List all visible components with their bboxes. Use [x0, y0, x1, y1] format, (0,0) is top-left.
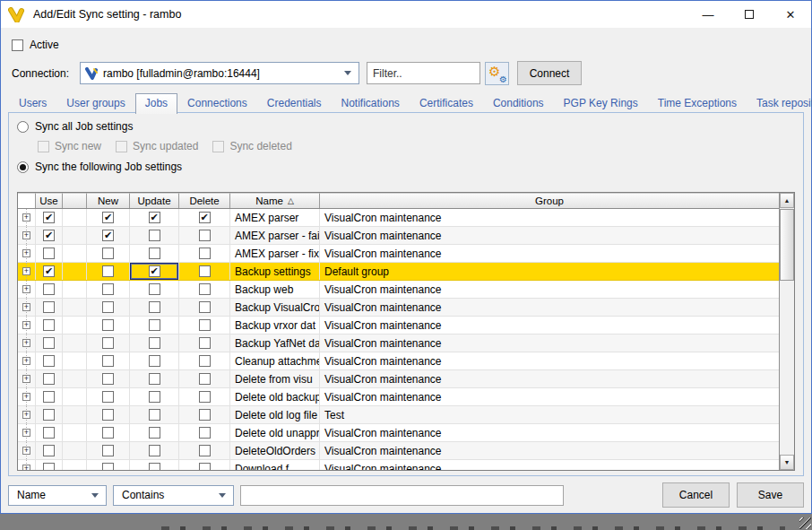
update-checkbox[interactable] — [149, 319, 160, 331]
use-checkbox-cell[interactable] — [36, 352, 63, 369]
use-checkbox[interactable] — [43, 319, 55, 331]
scroll-down-button[interactable]: ▼ — [780, 455, 794, 470]
delete-checkbox[interactable] — [199, 283, 211, 295]
expand-icon[interactable]: + — [22, 213, 30, 222]
use-checkbox-cell[interactable] — [36, 317, 63, 334]
use-checkbox[interactable] — [43, 427, 55, 439]
delete-checkbox-cell[interactable] — [179, 335, 230, 352]
filter-column-select[interactable]: Name — [8, 485, 107, 506]
close-button[interactable]: ✕ — [770, 1, 811, 28]
connect-button[interactable]: Connect — [517, 61, 582, 85]
delete-checkbox-cell[interactable] — [179, 227, 230, 244]
use-checkbox[interactable] — [43, 337, 55, 349]
update-checkbox-cell[interactable] — [130, 317, 179, 334]
maximize-button[interactable] — [729, 1, 770, 28]
delete-checkbox[interactable] — [199, 319, 211, 331]
tab-certificates[interactable]: Certificates — [410, 93, 483, 113]
tab-jobs[interactable]: Jobs — [135, 93, 177, 114]
update-checkbox[interactable] — [149, 445, 160, 456]
new-checkbox-cell[interactable] — [87, 406, 130, 423]
use-checkbox-cell[interactable]: ✔ — [36, 263, 63, 280]
use-checkbox[interactable] — [43, 409, 55, 421]
use-checkbox[interactable]: ✔ — [43, 265, 55, 277]
expand-icon[interactable]: + — [22, 447, 30, 455]
use-checkbox[interactable] — [43, 391, 55, 403]
delete-checkbox-cell[interactable] — [179, 299, 230, 316]
header-cell-use[interactable]: Use — [36, 193, 63, 208]
delete-checkbox-cell[interactable] — [179, 281, 230, 298]
new-checkbox[interactable] — [102, 463, 114, 470]
delete-checkbox-cell[interactable] — [179, 352, 230, 369]
table-row[interactable]: +Delete old unapprVisualCron maintenance — [18, 424, 779, 442]
delete-checkbox-cell[interactable] — [179, 388, 230, 405]
update-checkbox[interactable] — [149, 391, 160, 403]
table-row[interactable]: +Backup YafNet daVisualCron maintenance — [18, 335, 779, 352]
header-cell-update[interactable]: Update — [130, 193, 179, 208]
checkbox-sync-new[interactable]: Sync new — [38, 140, 101, 152]
use-checkbox[interactable]: ✔ — [43, 212, 55, 223]
delete-checkbox-cell[interactable] — [179, 442, 230, 459]
update-checkbox-cell[interactable] — [130, 406, 179, 423]
update-checkbox[interactable] — [149, 427, 160, 439]
tab-task-repository[interactable]: Task repository — [747, 93, 812, 113]
use-checkbox[interactable] — [43, 373, 55, 385]
expand-icon[interactable]: + — [22, 303, 30, 311]
new-checkbox[interactable]: ✔ — [102, 212, 114, 223]
use-checkbox-cell[interactable] — [36, 335, 63, 352]
new-checkbox-cell[interactable] — [87, 388, 130, 405]
delete-checkbox-cell[interactable] — [179, 370, 230, 387]
use-checkbox-cell[interactable] — [36, 424, 63, 441]
update-checkbox-cell[interactable] — [130, 370, 179, 387]
table-row[interactable]: +✔✔Backup settingsDefault group — [18, 263, 779, 281]
new-checkbox[interactable] — [102, 283, 114, 295]
tab-user-groups[interactable]: User groups — [56, 93, 134, 113]
cancel-button[interactable]: Cancel — [662, 482, 730, 508]
table-row[interactable]: +Delete old log fileTest — [18, 406, 779, 424]
new-checkbox[interactable] — [102, 391, 114, 403]
delete-checkbox[interactable] — [199, 355, 211, 367]
header-cell-delete[interactable]: Delete — [179, 193, 230, 208]
new-checkbox[interactable] — [102, 427, 114, 439]
new-checkbox-cell[interactable] — [87, 460, 130, 470]
use-checkbox-cell[interactable] — [36, 388, 63, 405]
update-checkbox[interactable]: ✔ — [149, 212, 160, 223]
filter-operator-select[interactable]: Contains — [113, 485, 234, 506]
table-row[interactable]: +Backup webVisualCron maintenance — [18, 281, 779, 299]
update-checkbox-cell[interactable] — [130, 245, 179, 262]
use-checkbox[interactable] — [43, 248, 55, 259]
use-checkbox-cell[interactable]: ✔ — [36, 227, 63, 244]
header-cell-new[interactable]: New — [87, 193, 130, 208]
use-checkbox-cell[interactable] — [36, 299, 63, 316]
delete-checkbox[interactable]: ✔ — [199, 212, 211, 223]
use-checkbox-cell[interactable] — [36, 245, 63, 262]
use-checkbox-cell[interactable] — [36, 442, 63, 459]
use-checkbox-cell[interactable] — [36, 406, 63, 423]
titlebar[interactable]: Add/Edit Sync setting - rambo — ✕ — [1, 1, 811, 28]
new-checkbox[interactable] — [102, 445, 114, 456]
update-checkbox-cell[interactable] — [130, 424, 179, 441]
update-checkbox-cell[interactable] — [130, 388, 179, 405]
new-checkbox-cell[interactable] — [87, 281, 130, 298]
update-checkbox-cell[interactable] — [130, 281, 179, 298]
table-row[interactable]: +Backup VisualCroVisualCron maintenance — [18, 299, 779, 317]
update-checkbox-cell[interactable]: ✔ — [130, 209, 179, 226]
expand-icon[interactable]: + — [22, 411, 30, 419]
sync-following-radio[interactable]: Sync the following Job settings — [17, 161, 795, 173]
new-checkbox-cell[interactable] — [87, 370, 130, 387]
delete-checkbox[interactable] — [199, 409, 211, 421]
new-checkbox-cell[interactable]: ✔ — [87, 209, 130, 226]
update-checkbox-cell[interactable] — [130, 460, 179, 470]
use-checkbox[interactable] — [43, 283, 55, 295]
delete-checkbox[interactable] — [199, 301, 211, 313]
active-checkbox-row[interactable]: Active — [12, 39, 811, 51]
update-checkbox[interactable] — [149, 248, 160, 259]
expand-icon[interactable]: + — [22, 249, 30, 257]
delete-checkbox[interactable] — [199, 391, 211, 403]
expand-icon[interactable]: + — [22, 429, 30, 437]
update-checkbox-cell[interactable] — [130, 442, 179, 459]
update-checkbox[interactable] — [149, 337, 160, 349]
new-checkbox[interactable] — [102, 373, 114, 385]
tab-notifications[interactable]: Notifications — [332, 93, 410, 113]
header-cell-name[interactable]: Name△ — [230, 193, 320, 208]
expand-icon[interactable]: + — [22, 357, 30, 365]
